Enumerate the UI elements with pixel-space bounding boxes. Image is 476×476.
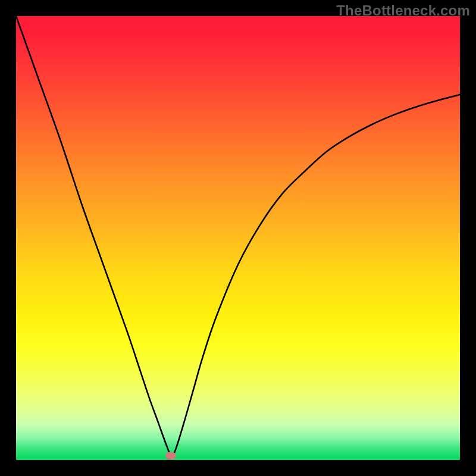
chart-frame: TheBottleneck.com bbox=[0, 0, 476, 476]
optimal-point-marker bbox=[165, 452, 176, 459]
bottleneck-curve bbox=[16, 16, 460, 460]
plot-area bbox=[16, 16, 460, 460]
